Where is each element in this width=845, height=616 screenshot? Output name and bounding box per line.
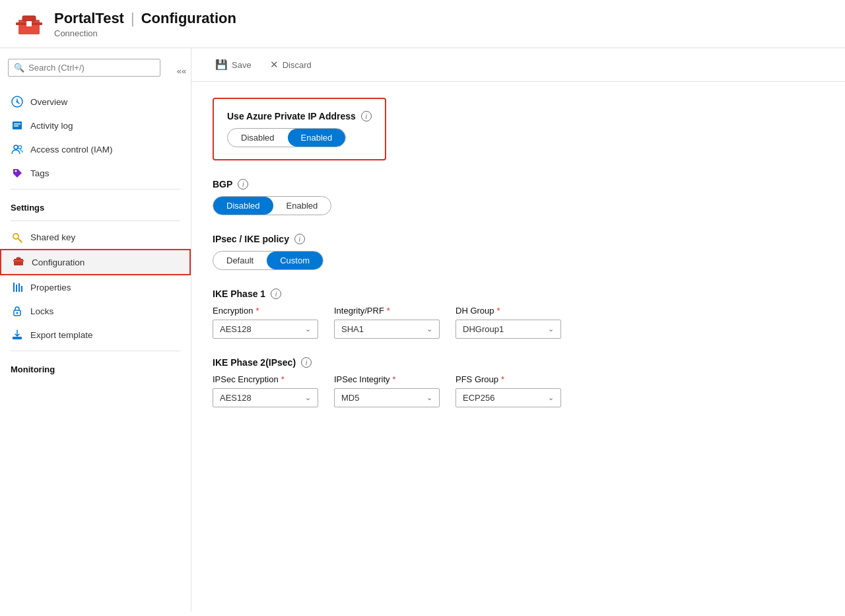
pfs-group-required: * xyxy=(501,374,504,384)
main-layout: 🔍 «« Overview Activity log Access contro… xyxy=(0,48,845,611)
dh-group-required: * xyxy=(497,306,500,316)
ike-phase1-label: IKE Phase 1 i xyxy=(213,289,824,299)
sidebar-item-activity-log[interactable]: Activity log xyxy=(0,114,191,137)
ipsec-integrity-required: * xyxy=(393,374,396,384)
azure-ip-label-text: Use Azure Private IP Address xyxy=(227,111,356,121)
access-control-icon xyxy=(11,143,24,156)
ike-phase2-dropdowns: IPSec Encryption * AES128 ⌄ IPSec Integr… xyxy=(213,374,824,407)
export-icon xyxy=(11,328,24,341)
ike-phase1-info-icon[interactable]: i xyxy=(271,289,281,299)
azure-ip-label: Use Azure Private IP Address i xyxy=(227,111,372,121)
sidebar-label-activity: Activity log xyxy=(30,121,73,131)
header-main-title: PortalTest | Configuration xyxy=(54,10,236,27)
ipsec-encryption-select[interactable]: AES128 ⌄ xyxy=(213,388,318,407)
sidebar-divider-2 xyxy=(11,221,180,221)
ipsec-custom-option[interactable]: Custom xyxy=(267,252,323,269)
pfs-group-select[interactable]: ECP256 ⌄ xyxy=(456,388,561,407)
page-name: Configuration xyxy=(141,10,236,27)
svg-point-10 xyxy=(14,145,18,149)
bgp-label-text: BGP xyxy=(213,179,232,189)
ipsec-encryption-field: IPSec Encryption * AES128 ⌄ xyxy=(213,374,318,407)
svg-point-13 xyxy=(15,170,17,172)
sidebar-item-shared-key[interactable]: Shared key xyxy=(0,225,191,249)
ike-phase2-label-text: IKE Phase 2(IPsec) xyxy=(213,357,296,368)
header-title-group: PortalTest | Configuration Connection xyxy=(54,10,236,38)
settings-section-header: Settings xyxy=(0,193,191,217)
sidebar-item-locks[interactable]: Locks xyxy=(0,299,191,323)
ipsec-policy-info-icon[interactable]: i xyxy=(294,234,305,244)
svg-rect-8 xyxy=(14,123,20,125)
sidebar-label-properties: Properties xyxy=(30,283,71,292)
integrity-label: Integrity/PRF * xyxy=(334,306,440,316)
encryption-select[interactable]: AES128 ⌄ xyxy=(213,320,318,339)
properties-icon xyxy=(11,281,24,294)
bgp-enabled-option[interactable]: Enabled xyxy=(273,197,331,215)
app-icon xyxy=(13,8,45,40)
toolbar: 💾 Save ✕ Discard xyxy=(191,48,845,82)
sidebar-label-locks: Locks xyxy=(30,306,53,316)
search-icon: 🔍 xyxy=(14,63,24,73)
search-input[interactable] xyxy=(28,63,154,73)
collapse-button[interactable]: «« xyxy=(172,62,191,81)
sidebar-divider-1 xyxy=(11,189,180,189)
ipsec-default-option[interactable]: Default xyxy=(213,252,267,269)
sidebar-item-configuration[interactable]: Configuration xyxy=(0,249,191,275)
svg-rect-16 xyxy=(14,259,23,265)
svg-rect-22 xyxy=(21,286,22,292)
bgp-label: BGP i xyxy=(213,179,824,189)
azure-ip-info-icon[interactable]: i xyxy=(361,111,372,121)
title-separator: | xyxy=(131,10,135,27)
azure-ip-field-block: Use Azure Private IP Address i Disabled … xyxy=(213,98,386,160)
ike-phase2-info-icon[interactable]: i xyxy=(301,357,312,368)
pfs-group-label-text: PFS Group xyxy=(456,374,498,384)
ike-phase1-dropdowns: Encryption * AES128 ⌄ Integrity/PRF * xyxy=(213,306,824,339)
sidebar-item-tags[interactable]: Tags xyxy=(0,161,191,185)
integrity-select[interactable]: SHA1 ⌄ xyxy=(334,320,440,339)
ipsec-integrity-select[interactable]: MD5 ⌄ xyxy=(334,388,440,407)
svg-rect-4 xyxy=(26,21,32,26)
pfs-group-chevron: ⌄ xyxy=(548,394,554,402)
content-area: Use Azure Private IP Address i Disabled … xyxy=(191,82,845,442)
ipsec-policy-field-block: IPsec / IKE policy i Default Custom xyxy=(213,234,824,270)
save-label: Save xyxy=(232,60,252,70)
bgp-disabled-option[interactable]: Disabled xyxy=(213,197,273,215)
bgp-field-block: BGP i Disabled Enabled xyxy=(213,179,824,215)
ike-phase2-block: IKE Phase 2(IPsec) i IPSec Encryption * … xyxy=(213,357,824,407)
sidebar-item-export-template[interactable]: Export template xyxy=(0,323,191,347)
sidebar-label-overview: Overview xyxy=(30,97,67,107)
monitoring-section-header: Monitoring xyxy=(0,355,191,378)
svg-point-11 xyxy=(18,146,22,149)
svg-rect-9 xyxy=(14,125,18,127)
discard-button[interactable]: ✕ Discard xyxy=(262,55,320,75)
locks-icon xyxy=(11,304,24,318)
ipsec-policy-label: IPsec / IKE policy i xyxy=(213,234,824,244)
svg-rect-25 xyxy=(13,337,22,339)
azure-ip-disabled-option[interactable]: Disabled xyxy=(228,129,288,147)
azure-ip-enabled-option[interactable]: Enabled xyxy=(288,129,346,147)
key-icon xyxy=(11,230,24,244)
sidebar-divider-3 xyxy=(11,351,180,351)
ipsec-encryption-value: AES128 xyxy=(220,393,252,403)
ike-phase1-block: IKE Phase 1 i Encryption * AES128 ⌄ xyxy=(213,289,824,339)
encryption-required: * xyxy=(255,306,259,316)
sidebar-item-access-control[interactable]: Access control (IAM) xyxy=(0,137,191,161)
integrity-field: Integrity/PRF * SHA1 ⌄ xyxy=(334,306,440,339)
tags-icon xyxy=(11,166,24,180)
dh-group-field: DH Group * DHGroup1 ⌄ xyxy=(456,306,561,339)
svg-marker-12 xyxy=(13,169,22,178)
pfs-group-label: PFS Group * xyxy=(456,374,561,384)
sidebar-item-properties[interactable]: Properties xyxy=(0,275,191,299)
svg-rect-2 xyxy=(22,16,36,21)
svg-point-24 xyxy=(17,312,18,314)
sidebar-item-overview[interactable]: Overview xyxy=(0,90,191,114)
page-header: PortalTest | Configuration Connection xyxy=(0,0,845,48)
dh-group-value: DHGroup1 xyxy=(463,324,504,334)
sidebar-label-access: Access control (IAM) xyxy=(30,145,113,154)
bgp-info-icon[interactable]: i xyxy=(238,179,248,189)
sidebar-label-tags: Tags xyxy=(30,168,50,178)
sidebar: 🔍 «« Overview Activity log Access contro… xyxy=(0,48,191,611)
dh-group-select[interactable]: DHGroup1 ⌄ xyxy=(456,320,561,339)
encryption-label-text: Encryption xyxy=(213,306,253,316)
save-button[interactable]: 💾 Save xyxy=(207,55,259,75)
sidebar-label-shared-key: Shared key xyxy=(30,232,75,242)
